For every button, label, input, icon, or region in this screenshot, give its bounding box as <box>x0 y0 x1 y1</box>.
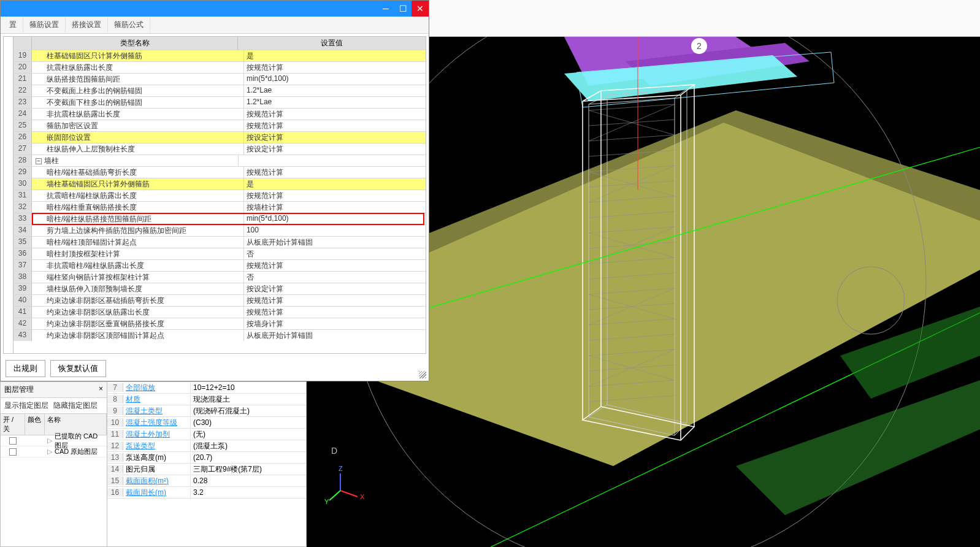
property-value[interactable]: 3.2 <box>191 488 306 497</box>
row-value[interactable]: 1.2*Lae <box>244 97 426 108</box>
row-value[interactable]: 按设定计算 <box>244 283 426 294</box>
property-name[interactable]: 泵送类型 <box>123 441 191 451</box>
property-value[interactable]: 三期工程9#楼(第7层) <box>191 464 306 475</box>
layer-row[interactable]: ▷CAD 原始图层 <box>1 446 107 457</box>
grid-row[interactable]: 19柱基础锚固区只计算外侧箍筋是 <box>13 50 426 61</box>
grid-row[interactable]: 23不变截面下柱多出的钢筋锚固1.2*Lae <box>13 96 426 108</box>
property-row[interactable]: 16截面周长(m)3.2 <box>107 487 306 499</box>
grid-row[interactable]: 24非抗震柱纵筋露出长度按规范计算 <box>13 108 426 120</box>
grid-row[interactable]: 26嵌固部位设置按设定计算 <box>13 131 426 143</box>
grid-row[interactable]: 34剪力墙上边缘构件插筋范围内箍筋加密间距100 <box>13 224 426 236</box>
row-value[interactable]: 从板底开始计算锚固 <box>244 330 426 341</box>
property-name[interactable]: 截面周长(m) <box>123 488 191 498</box>
row-value[interactable]: 否 <box>244 272 426 283</box>
grid-row[interactable]: 35暗柱/端柱顶部锚固计算起点从板底开始计算锚固 <box>13 236 426 248</box>
row-value[interactable]: 按墙柱计算 <box>244 202 426 213</box>
resize-grip-icon[interactable] <box>419 371 426 378</box>
maximize-button[interactable]: ☐ <box>394 1 412 17</box>
grid-row[interactable]: 31抗震暗柱/端柱纵筋露出长度按规范计算 <box>13 189 426 201</box>
row-value[interactable]: 按设定计算 <box>244 143 426 155</box>
row-value[interactable] <box>239 155 426 166</box>
row-value[interactable]: 是 <box>244 50 426 61</box>
layer-row[interactable]: ▷已提取的 CAD 图层 <box>1 435 107 446</box>
property-value[interactable]: (20.7) <box>191 453 306 462</box>
layer-checkbox[interactable] <box>1 436 25 445</box>
property-row[interactable]: 14图元归属三期工程9#楼(第7层) <box>107 464 306 475</box>
row-value[interactable]: 按规范计算 <box>244 190 426 201</box>
property-value[interactable]: (现浇碎石混凝土) <box>191 406 306 416</box>
grid-row[interactable]: 38端柱竖向钢筋计算按框架柱计算否 <box>13 271 426 283</box>
property-value[interactable]: (C30) <box>191 418 306 427</box>
tab-overlap-settings[interactable]: 搭接设置 <box>66 17 108 33</box>
row-value[interactable]: 按规范计算 <box>244 167 426 178</box>
grid-row[interactable]: 27柱纵筋伸入上层预制柱长度按设定计算 <box>13 143 426 155</box>
row-value[interactable]: min(5*d,100) <box>244 74 426 85</box>
grid-row[interactable]: 30墙柱基础锚固区只计算外侧箍筋是 <box>13 178 426 189</box>
row-value[interactable]: 按墙身计算 <box>244 318 426 329</box>
grid-row[interactable]: 40约束边缘非阴影区基础插筋弯折长度按规范计算 <box>13 294 426 306</box>
row-value[interactable]: 按设定计算 <box>244 132 426 143</box>
row-value[interactable]: 按规范计算 <box>244 120 426 131</box>
grid-row[interactable]: 21纵筋搭接范围箍筋间距min(5*d,100) <box>13 73 426 85</box>
property-name[interactable]: 截面面积(m²) <box>123 476 191 486</box>
show-layer-link[interactable]: 显示指定图层 <box>4 400 48 411</box>
grid-row[interactable]: 36暗柱封顶按框架柱计算否 <box>13 248 426 259</box>
settings-grid[interactable]: 类型名称 设置值 19柱基础锚固区只计算外侧箍筋是20抗震柱纵筋露出长度按规范计… <box>13 36 426 354</box>
property-row[interactable]: 13泵送高度(m)(20.7) <box>107 452 306 464</box>
property-name[interactable]: 全部缩放 <box>123 383 191 393</box>
layer-checkbox[interactable] <box>1 447 25 456</box>
property-row[interactable]: 9混凝土类型(现浇碎石混凝土) <box>107 405 306 417</box>
grid-row[interactable]: 22不变截面上柱多出的钢筋锚固1.2*Lae <box>13 85 426 96</box>
close-button[interactable]: ✕ <box>412 1 429 17</box>
row-value[interactable]: 按规范计算 <box>244 295 426 306</box>
tab-tie-settings[interactable]: 置 <box>3 17 23 33</box>
grid-row[interactable]: 43约束边缘非阴影区顶部锚固计算起点从板底开始计算锚固 <box>13 329 426 341</box>
close-icon[interactable]: × <box>99 384 103 395</box>
row-value[interactable]: 100 <box>244 225 426 236</box>
minimize-button[interactable]: ─ <box>377 1 394 17</box>
property-name[interactable]: 混凝土外加剂 <box>123 429 191 440</box>
grid-row[interactable]: 42约束边缘非阴影区垂直钢筋搭接长度按墙身计算 <box>13 318 426 329</box>
grid-row[interactable]: 37非抗震暗柱/端柱纵筋露出长度按规范计算 <box>13 259 426 271</box>
row-value[interactable]: 按规范计算 <box>244 307 426 318</box>
property-value[interactable]: 0.28 <box>191 476 306 485</box>
row-value[interactable]: 按规范计算 <box>244 62 426 73</box>
property-row[interactable]: 15截面面积(m²)0.28 <box>107 475 306 487</box>
grid-row[interactable]: 28−墙柱 <box>13 155 426 166</box>
row-value[interactable]: 按规范计算 <box>244 109 426 120</box>
collapse-icon[interactable]: − <box>36 158 42 164</box>
row-value[interactable]: 否 <box>244 248 426 259</box>
grid-row[interactable]: 25箍筋加密区设置按规范计算 <box>13 120 426 131</box>
restore-default-button[interactable]: 恢复默认值 <box>50 360 106 377</box>
property-name[interactable]: 材质 <box>123 394 191 405</box>
property-row[interactable]: 8材质现浇混凝土 <box>107 394 306 405</box>
row-value[interactable]: 从板底开始计算锚固 <box>244 237 426 248</box>
grid-row[interactable]: 41约束边缘非阴影区纵筋露出长度按规范计算 <box>13 306 426 318</box>
property-value[interactable]: (无) <box>191 429 306 440</box>
property-name[interactable]: 混凝土类型 <box>123 406 191 416</box>
row-value[interactable]: 1.2*Lae <box>244 85 426 96</box>
grid-row[interactable]: 20抗震柱纵筋露出长度按规范计算 <box>13 61 426 73</box>
grid-row[interactable]: 32暗柱/端柱垂直钢筋搭接长度按墙柱计算 <box>13 201 426 213</box>
row-value[interactable]: 按规范计算 <box>244 260 426 271</box>
property-row[interactable]: 10混凝土强度等级(C30) <box>107 417 306 429</box>
property-row[interactable]: 11混凝土外加剂(无) <box>107 429 306 440</box>
grid-row[interactable]: 33暗柱/端柱纵筋搭接范围箍筋间距min(5*d,100) <box>13 213 426 224</box>
hide-layer-link[interactable]: 隐藏指定图层 <box>53 400 98 411</box>
dialog-footer: 出规则 恢复默认值 <box>1 356 429 381</box>
grid-row[interactable]: 39墙柱纵筋伸入顶部预制墙长度按设定计算 <box>13 283 426 294</box>
property-name[interactable]: 混凝土强度等级 <box>123 418 191 428</box>
row-value[interactable]: 是 <box>244 178 426 189</box>
property-row[interactable]: 7全部缩放10=12+2=10 <box>107 382 306 394</box>
property-value[interactable]: (混凝土泵) <box>191 441 306 451</box>
grid-row[interactable]: 29暗柱/端柱基础插筋弯折长度按规范计算 <box>13 166 426 178</box>
tab-stirrup-settings[interactable]: 箍筋设置 <box>23 17 66 33</box>
expand-icon[interactable]: ▷ <box>45 447 52 456</box>
tab-stirrup-formula[interactable]: 箍筋公式 <box>108 17 150 33</box>
property-row[interactable]: 12泵送类型(混凝土泵) <box>107 440 306 452</box>
export-rules-button[interactable]: 出规则 <box>6 360 45 377</box>
property-value[interactable]: 10=12+2=10 <box>191 383 306 392</box>
row-value[interactable]: min(5*d,100) <box>244 213 426 224</box>
property-value[interactable]: 现浇混凝土 <box>191 394 306 405</box>
expand-icon[interactable]: ▷ <box>45 436 52 445</box>
